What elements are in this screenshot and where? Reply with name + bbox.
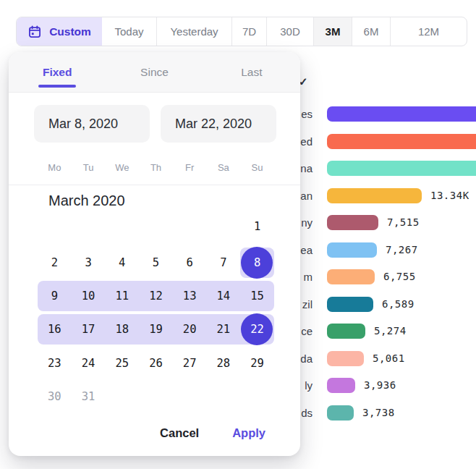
calendar-day[interactable]: 31 xyxy=(72,380,106,413)
country-bar[interactable] xyxy=(327,106,476,122)
calendar-day[interactable]: 22 xyxy=(240,313,274,346)
picker-tab[interactable]: Since xyxy=(106,52,203,92)
end-date-input[interactable]: Mar 22, 2020 xyxy=(161,105,276,143)
calendar-week-row: 23 24 25 26 27 28 29 xyxy=(38,347,274,380)
calendar-day[interactable] xyxy=(105,380,139,413)
calendar-day-number: 10 xyxy=(82,290,95,303)
custom-range-button[interactable]: Custom xyxy=(17,17,102,46)
country-bar[interactable] xyxy=(327,215,378,230)
country-value: 3,936 xyxy=(364,378,396,393)
picker-tab-label: Fixed xyxy=(43,66,72,79)
date-picker-popover: Fixed Since Last Mar 8, 2020 Mar 22, 202… xyxy=(9,52,300,456)
calendar-day[interactable]: 20 xyxy=(173,313,207,346)
calendar-day[interactable] xyxy=(207,380,241,413)
calendar-day[interactable]: 30 xyxy=(38,380,72,413)
calendar-day[interactable] xyxy=(139,380,173,413)
country-value: 6,755 xyxy=(383,269,416,284)
picker-tab[interactable]: Fixed xyxy=(9,52,106,92)
country-bar[interactable] xyxy=(327,297,373,312)
country-bar[interactable] xyxy=(327,269,375,284)
calendar-day-number: 21 xyxy=(217,323,231,336)
range-preset-button[interactable]: Today xyxy=(102,17,156,46)
apply-button[interactable]: Apply xyxy=(232,426,265,440)
calendar-day[interactable] xyxy=(105,210,139,243)
calendar-day[interactable] xyxy=(173,210,207,243)
calendar-day[interactable]: 1 xyxy=(240,210,274,243)
country-bar[interactable] xyxy=(327,242,377,258)
calendar-day-number: 9 xyxy=(51,290,58,303)
country-value: 5,061 xyxy=(373,351,405,366)
calendar-day[interactable]: 18 xyxy=(105,313,139,346)
country-bar[interactable] xyxy=(327,378,355,393)
range-preset-button[interactable]: Yesterday xyxy=(156,17,231,46)
calendar-week-row: 30 31 xyxy=(38,380,274,413)
picker-tab[interactable]: Last xyxy=(203,52,300,92)
calendar-day-number: 16 xyxy=(48,323,61,336)
calendar-day-number: 22 xyxy=(250,323,264,336)
country-value: 3,738 xyxy=(362,405,395,421)
country-value: 6,589 xyxy=(382,297,415,312)
calendar-day[interactable]: 10 xyxy=(72,279,106,313)
date-range-toolbar: Custom TodayYesterday7D30D3M6M12M xyxy=(16,17,467,46)
calendar-day[interactable]: 9 xyxy=(38,279,72,313)
calendar-day[interactable] xyxy=(139,210,173,243)
calendar-day[interactable]: 7 xyxy=(207,246,241,279)
calendar-day-number: 14 xyxy=(217,290,231,303)
calendar-day-number: 23 xyxy=(48,357,61,370)
calendar-day[interactable]: 28 xyxy=(207,347,241,380)
country-bar[interactable] xyxy=(327,324,365,339)
calendar-day[interactable]: 26 xyxy=(139,347,173,380)
date-inputs: Mar 8, 2020 Mar 22, 2020 xyxy=(34,105,276,143)
country-bar[interactable] xyxy=(327,351,364,366)
picker-tabs: Fixed Since Last xyxy=(9,52,300,93)
calendar-day[interactable]: 23 xyxy=(38,347,72,380)
calendar-day[interactable]: 16 xyxy=(38,313,72,346)
calendar-day[interactable] xyxy=(240,380,274,413)
weekday-label: Sa xyxy=(207,162,241,173)
calendar-day[interactable]: 6 xyxy=(173,246,207,279)
range-preset-button[interactable]: 7D xyxy=(231,17,266,46)
calendar-icon xyxy=(27,25,42,39)
calendar-day[interactable] xyxy=(72,210,106,243)
calendar-day[interactable]: 29 xyxy=(240,347,274,380)
calendar-day[interactable]: 12 xyxy=(139,279,173,313)
calendar-day[interactable]: 11 xyxy=(105,279,139,313)
picker-tab-label: Last xyxy=(241,66,262,79)
calendar-day[interactable]: 24 xyxy=(72,347,106,380)
range-preset-button[interactable]: 12M xyxy=(390,17,467,46)
picker-tab-label: Since xyxy=(140,66,169,79)
range-preset-button[interactable]: 6M xyxy=(352,17,390,46)
weekday-label: Mo xyxy=(38,162,72,173)
calendar-day[interactable]: 19 xyxy=(139,313,173,346)
calendar-day[interactable] xyxy=(207,210,241,243)
country-bar[interactable] xyxy=(327,161,476,176)
country-bar[interactable] xyxy=(327,188,422,203)
range-preset-button[interactable]: 3M xyxy=(313,17,352,46)
calendar-day-number: 4 xyxy=(119,256,125,269)
country-bar[interactable] xyxy=(327,405,354,421)
calendar-day[interactable]: 13 xyxy=(173,279,207,313)
calendar-day[interactable]: 14 xyxy=(207,279,241,313)
calendar-day[interactable]: 15 xyxy=(240,279,274,313)
calendar-day[interactable]: 17 xyxy=(72,313,106,346)
weekday-label: We xyxy=(105,162,139,173)
calendar-day-number: 11 xyxy=(115,290,129,303)
range-preset-button[interactable]: 30D xyxy=(266,17,313,46)
calendar-day[interactable]: 21 xyxy=(207,313,241,346)
calendar-day[interactable]: 3 xyxy=(72,246,106,279)
calendar-day[interactable]: 8 xyxy=(240,246,274,279)
calendar-day[interactable] xyxy=(173,380,207,413)
weekday-label: Th xyxy=(139,162,173,173)
calendar-day[interactable]: 25 xyxy=(105,347,139,380)
calendar-day-number: 27 xyxy=(183,357,197,370)
calendar-day[interactable] xyxy=(38,210,72,243)
calendar-day[interactable]: 2 xyxy=(38,246,72,279)
start-date-input[interactable]: Mar 8, 2020 xyxy=(34,105,150,143)
calendar-day-number: 20 xyxy=(183,323,197,336)
country-bar[interactable] xyxy=(327,134,476,149)
calendar-day[interactable]: 4 xyxy=(105,246,139,279)
calendar-day[interactable]: 27 xyxy=(173,347,207,380)
calendar-week-row: 9 10 11 12 13 14 15 xyxy=(38,279,274,313)
cancel-button[interactable]: Cancel xyxy=(160,426,199,440)
calendar-day[interactable]: 5 xyxy=(139,246,173,279)
